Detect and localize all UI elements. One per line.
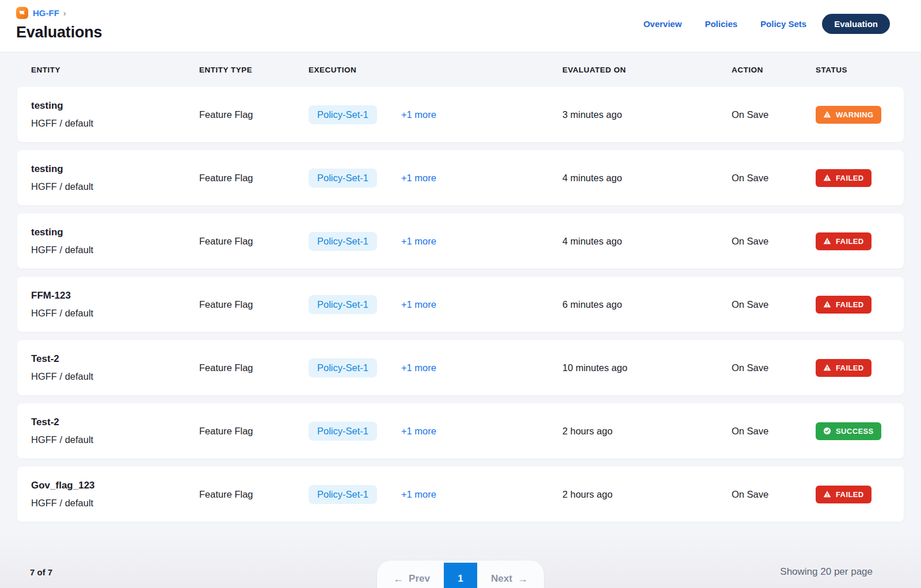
- action-trigger: On Save: [732, 426, 816, 437]
- action-trigger: On Save: [732, 299, 816, 310]
- action-trigger: On Save: [732, 362, 816, 373]
- entity-name: testing: [31, 227, 199, 238]
- status-label: FAILED: [836, 490, 864, 499]
- action-trigger: On Save: [732, 173, 816, 184]
- table-row[interactable]: testing HGFF / default Feature Flag Poli…: [17, 150, 904, 205]
- more-policy-sets-link[interactable]: +1 more: [401, 489, 436, 500]
- row-count: 7 of 7: [30, 567, 52, 577]
- prev-label: Prev: [409, 573, 430, 585]
- warning-triangle-icon: [823, 110, 831, 119]
- policy-set-chip[interactable]: Policy-Set-1: [309, 358, 377, 377]
- more-policy-sets-link[interactable]: +1 more: [401, 173, 436, 184]
- column-header-status: STATUS: [816, 66, 904, 74]
- execution-cell: Policy-Set-1 +1 more: [309, 295, 562, 314]
- per-page-label: Showing 20 per page: [780, 566, 873, 578]
- entity-scope: HGFF / default: [31, 118, 199, 129]
- more-policy-sets-link[interactable]: +1 more: [401, 236, 436, 247]
- entity-name: testing: [31, 100, 199, 112]
- execution-cell: Policy-Set-1 +1 more: [309, 169, 562, 188]
- warning-triangle-icon: [823, 300, 831, 308]
- column-header-execution: EXECUTION: [309, 66, 562, 74]
- entity-name: Test-2: [31, 417, 199, 428]
- evaluations-table: ENTITY ENTITY TYPE EXECUTION EVALUATED O…: [0, 52, 921, 522]
- table-row[interactable]: Test-2 HGFF / default Feature Flag Polic…: [17, 403, 904, 459]
- more-policy-sets-link[interactable]: +1 more: [401, 299, 436, 310]
- more-policy-sets-link[interactable]: +1 more: [401, 426, 436, 437]
- status-label: FAILED: [836, 174, 864, 182]
- status-cell: SUCCESS: [816, 422, 904, 440]
- prev-page-button[interactable]: ← Prev: [379, 563, 444, 588]
- evaluated-on: 2 hours ago: [562, 489, 732, 500]
- warning-triangle-icon: [823, 237, 831, 245]
- table-row[interactable]: testing HGFF / default Feature Flag Poli…: [17, 213, 904, 269]
- table-row[interactable]: testing HGFF / default Feature Flag Poli…: [17, 87, 904, 142]
- entity-scope: HGFF / default: [31, 308, 199, 319]
- entity-cell: Test-2 HGFF / default: [31, 417, 199, 445]
- entity-cell: Gov_flag_123 HGFF / default: [31, 480, 199, 509]
- policy-set-chip[interactable]: Policy-Set-1: [309, 295, 377, 314]
- entity-name: Gov_flag_123: [31, 480, 199, 491]
- entity-name: FFM-123: [31, 290, 199, 301]
- table-row[interactable]: Gov_flag_123 HGFF / default Feature Flag…: [17, 467, 904, 522]
- entity-type: Feature Flag: [199, 236, 309, 247]
- action-trigger: On Save: [732, 489, 816, 500]
- evaluations-page: HG-FF › Evaluations Overview Policies Po…: [0, 0, 921, 522]
- check-circle-icon: [823, 427, 831, 435]
- page-header: HG-FF › Evaluations Overview Policies Po…: [0, 0, 921, 52]
- status-badge: FAILED: [816, 232, 871, 250]
- warning-triangle-icon: [823, 174, 831, 182]
- entity-name: testing: [31, 163, 199, 175]
- evaluated-on: 2 hours ago: [562, 426, 732, 437]
- arrow-left-icon: ←: [393, 573, 404, 585]
- nav-evaluation-active[interactable]: Evaluation: [822, 14, 890, 34]
- nav-overview[interactable]: Overview: [644, 19, 682, 29]
- policy-set-chip[interactable]: Policy-Set-1: [309, 232, 377, 251]
- policy-set-chip[interactable]: Policy-Set-1: [309, 485, 377, 504]
- policy-set-chip[interactable]: Policy-Set-1: [309, 169, 377, 188]
- status-cell: FAILED: [816, 169, 904, 187]
- status-label: FAILED: [836, 300, 864, 309]
- entity-scope: HGFF / default: [31, 181, 199, 192]
- table-body: testing HGFF / default Feature Flag Poli…: [17, 87, 904, 522]
- more-policy-sets-link[interactable]: +1 more: [401, 362, 436, 373]
- evaluated-on: 6 minutes ago: [562, 299, 732, 310]
- status-badge: FAILED: [816, 486, 871, 503]
- entity-type: Feature Flag: [199, 489, 309, 500]
- status-badge: FAILED: [816, 169, 871, 187]
- entity-cell: testing HGFF / default: [31, 163, 199, 192]
- pagination: ← Prev 1 Next →: [377, 560, 544, 588]
- table-footer: 7 of 7 ← Prev 1 Next → Showing 20 per pa…: [0, 537, 921, 588]
- column-header-evaluated-on: EVALUATED ON: [562, 66, 732, 74]
- page-1-button[interactable]: 1: [444, 563, 477, 588]
- table-row[interactable]: FFM-123 HGFF / default Feature Flag Poli…: [17, 277, 904, 332]
- column-header-entity: ENTITY: [31, 66, 199, 74]
- policy-set-chip[interactable]: Policy-Set-1: [309, 105, 377, 124]
- more-policy-sets-link[interactable]: +1 more: [401, 109, 436, 120]
- entity-cell: testing HGFF / default: [31, 227, 199, 255]
- status-label: WARNING: [836, 110, 874, 119]
- entity-cell: FFM-123 HGFF / default: [31, 290, 199, 319]
- entity-type: Feature Flag: [199, 173, 309, 184]
- entity-type: Feature Flag: [199, 362, 309, 373]
- arrow-right-icon: →: [517, 573, 528, 585]
- breadcrumb-project-link[interactable]: HG-FF: [33, 8, 59, 18]
- status-badge: WARNING: [816, 106, 881, 124]
- status-cell: FAILED: [816, 359, 904, 377]
- action-trigger: On Save: [732, 109, 816, 120]
- next-page-button[interactable]: Next →: [477, 563, 542, 588]
- policy-set-chip[interactable]: Policy-Set-1: [309, 422, 377, 441]
- status-badge: SUCCESS: [816, 422, 881, 440]
- table-row[interactable]: Test-2 HGFF / default Feature Flag Polic…: [17, 340, 904, 395]
- column-header-action: ACTION: [732, 66, 816, 74]
- status-label: FAILED: [836, 364, 864, 372]
- action-trigger: On Save: [732, 236, 816, 247]
- nav-policies[interactable]: Policies: [705, 19, 737, 29]
- warning-triangle-icon: [823, 490, 831, 498]
- entity-cell: testing HGFF / default: [31, 100, 199, 129]
- status-badge: FAILED: [816, 296, 871, 314]
- nav-policy-sets[interactable]: Policy Sets: [760, 19, 806, 29]
- evaluated-on: 4 minutes ago: [562, 173, 732, 184]
- status-cell: FAILED: [816, 296, 904, 314]
- chevron-right-icon: ›: [63, 8, 66, 18]
- status-cell: FAILED: [816, 232, 904, 250]
